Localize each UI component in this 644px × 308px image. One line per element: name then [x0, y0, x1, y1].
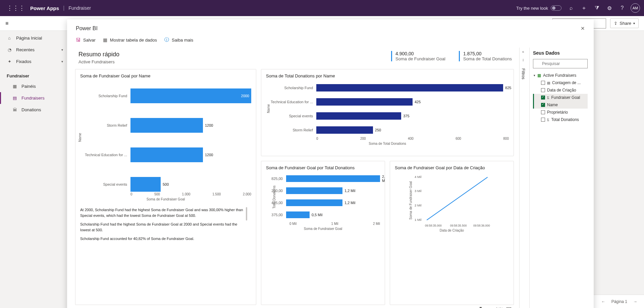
field-item[interactable]: ΣFundraiser Goal — [533, 94, 588, 101]
checkbox-icon[interactable] — [541, 81, 545, 85]
svg-text:3 Mil: 3 Mil — [415, 189, 421, 193]
header-bar: ⋮⋮⋮ Power Apps | Fundraiser Try the new … — [0, 0, 644, 16]
app-title: Power Apps — [30, 5, 59, 11]
toggle-off-icon[interactable] — [551, 5, 561, 11]
kpi-donations: 1.875,00 Soma de Total Donations — [459, 51, 512, 61]
bar[interactable] — [286, 211, 310, 218]
bar[interactable] — [130, 118, 203, 133]
table-node[interactable]: ▾ ▦ Active Fundraisers — [533, 72, 588, 79]
filter-icon[interactable]: ⧩ — [590, 5, 603, 11]
bar[interactable] — [316, 84, 503, 91]
gear-icon[interactable]: ⚙ — [603, 5, 616, 11]
svg-text:4 Mil: 4 Mil — [415, 175, 421, 179]
field-item[interactable]: Data de Criação — [533, 86, 588, 94]
sigma-icon: Σ — [547, 118, 549, 122]
field-item[interactable]: ΣTotal Donations — [533, 116, 588, 123]
nav-section: Fundraiser — [0, 67, 70, 80]
bar-label: 825,00 — [266, 177, 286, 181]
chart-donations-by-name[interactable]: Soma de Total Donations por Name Name Sc… — [261, 69, 514, 156]
field-item[interactable]: Proprietário — [533, 109, 588, 116]
bar-value: 1200 — [205, 123, 213, 127]
chevron-down-icon: ▾ — [61, 48, 63, 52]
checkbox-icon[interactable] — [541, 103, 545, 107]
field-label: Data de Criação — [547, 88, 576, 93]
checkbox-icon[interactable] — [541, 88, 545, 92]
left-nav: ⌂Página Inicial ◔Recentes▾ ✦Fixados▾ Fun… — [0, 31, 70, 295]
nav-recent[interactable]: ◔Recentes▾ — [0, 44, 70, 56]
report-canvas: Resumo rápido Active Fundraisers 4.900,0… — [74, 48, 517, 308]
nav-donations[interactable]: 🏛Donations — [0, 104, 70, 116]
learn-more-button[interactable]: ⓘSaiba mais — [164, 37, 193, 43]
chevron-down-icon: ▾ — [61, 60, 63, 63]
home-icon: ⌂ — [7, 36, 12, 41]
plus-icon[interactable]: ＋ — [578, 5, 590, 12]
bar-value: 2,0 Mil — [382, 175, 385, 183]
bar-value: 375 — [403, 114, 409, 118]
checkbox-icon[interactable] — [541, 96, 545, 100]
share-icon: ⇪ — [614, 21, 618, 26]
filters-tab: « ⫱ Filtros — [519, 48, 527, 308]
bar[interactable]: 2000 — [130, 88, 251, 103]
next-page-icon[interactable]: → — [633, 299, 637, 304]
bar-label: Scholarship Fund — [266, 86, 316, 90]
bar[interactable] — [286, 199, 342, 206]
info-icon: ⓘ — [164, 37, 169, 43]
app-context[interactable]: Fundraiser — [68, 5, 91, 11]
bar-value: 2000 — [241, 94, 249, 98]
checkbox-icon[interactable] — [541, 110, 545, 114]
search-icon[interactable]: ⌕ — [565, 5, 578, 11]
field-item[interactable]: ▤Contagem de ... — [533, 79, 588, 86]
svg-text:1 Mil: 1 Mil — [415, 218, 421, 222]
clock-icon: ◔ — [7, 47, 12, 52]
bar[interactable] — [130, 147, 203, 162]
dialog-title: Power BI — [76, 25, 98, 32]
avatar[interactable]: AM — [631, 3, 640, 13]
bar[interactable] — [286, 175, 380, 182]
filters-label[interactable]: Filtros — [521, 67, 526, 81]
nav-paineis[interactable]: ▦Painéis — [0, 80, 70, 92]
bar-label: 425,00 — [266, 201, 286, 205]
page-label: Página 1 — [611, 299, 627, 304]
kpi-goal: 4.900,00 Soma de Fundraiser Goal — [391, 51, 445, 61]
svg-text:09:58:36.000: 09:58:36.000 — [473, 224, 490, 227]
field-item[interactable]: Name — [533, 101, 588, 109]
bar-label: 250,00 — [266, 189, 286, 193]
bar[interactable] — [286, 187, 342, 194]
save-button[interactable]: 🖫Salvar — [76, 37, 96, 43]
svg-text:09:58:35.500: 09:58:35.500 — [450, 224, 467, 227]
field-label: Name — [547, 103, 558, 107]
nav-home[interactable]: ⌂Página Inicial — [0, 32, 70, 44]
prev-page-icon[interactable]: ← — [601, 299, 605, 304]
close-icon[interactable]: ✕ — [581, 25, 585, 32]
nav-fundraisers[interactable]: ▤Fundraisers — [0, 92, 70, 104]
insights-text: At 2000, Scholarship Fund had the highes… — [80, 207, 251, 242]
bar[interactable] — [316, 98, 413, 106]
bar-label: 375,00 — [266, 213, 286, 217]
hamburger-icon[interactable]: ≡ — [5, 20, 8, 26]
bar-value: 1200 — [205, 153, 213, 157]
try-new-look-toggle[interactable]: Try the new look — [513, 4, 565, 12]
bar-label: Technical Education for ... — [80, 153, 130, 157]
equalizer-icon[interactable]: ⫱ — [523, 58, 524, 62]
bar-value: 0,5 Mil — [312, 213, 322, 217]
show-table-button[interactable]: ▦Mostrar tabela de dados — [103, 37, 157, 43]
data-search-input[interactable] — [533, 59, 588, 68]
chart-goal-by-donations[interactable]: Soma de Fundraiser Goal por Total Donati… — [261, 161, 385, 305]
bar-label: Technical Education for ... — [266, 100, 316, 104]
waffle-icon[interactable]: ⋮⋮⋮ — [4, 4, 28, 12]
chevron-down-icon: ▾ — [633, 21, 635, 25]
share-button[interactable]: ⇪ Share ▾ — [610, 18, 639, 28]
nav-pinned[interactable]: ✦Fixados▾ — [0, 56, 70, 67]
chart-goal-by-date[interactable]: Soma de Fundraiser Goal por Data de Cria… — [390, 161, 514, 305]
bank-icon: 🏛 — [12, 107, 17, 112]
checkbox-icon[interactable] — [541, 118, 545, 122]
chevron-left-icon[interactable]: « — [522, 50, 524, 54]
bar[interactable] — [316, 126, 373, 134]
chevron-down-icon: ▾ — [534, 74, 535, 77]
bar[interactable] — [130, 177, 161, 192]
bar[interactable] — [316, 112, 401, 120]
chart-goal-by-name[interactable]: Soma de Fundraiser Goal por Name Name Sc… — [75, 69, 256, 305]
help-icon[interactable]: ? — [616, 5, 629, 11]
bar-label: Storm Relief — [80, 123, 130, 127]
field-label: Contagem de ... — [552, 80, 581, 85]
